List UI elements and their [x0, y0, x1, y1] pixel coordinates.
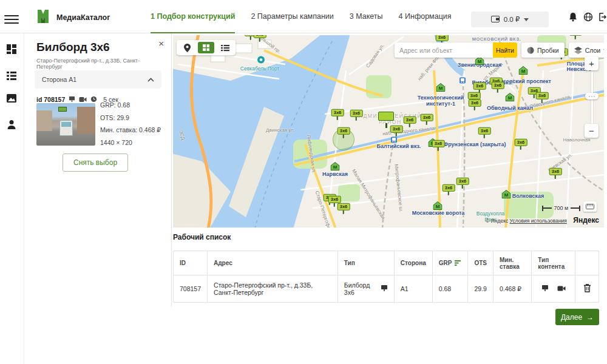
layers-button[interactable]: Слои — [569, 42, 604, 58]
video-content-icon — [557, 285, 566, 293]
column-header-ID: ID — [174, 251, 208, 275]
svg-text:М: М — [436, 204, 440, 209]
billboard-marker[interactable]: 3х6 — [536, 89, 549, 103]
map-grid-mode-button[interactable] — [198, 42, 214, 53]
billboard-format-icon — [381, 285, 388, 293]
chevron-down-icon — [603, 47, 604, 52]
svg-text:М: М — [478, 59, 482, 64]
metro-station-icon: М — [436, 83, 446, 94]
sort-icon[interactable] — [455, 260, 461, 267]
tab-step-4[interactable]: 4 Информация — [399, 0, 452, 33]
billboard-marker[interactable]: 3х6 — [331, 106, 344, 120]
profile-icon[interactable] — [5, 118, 19, 132]
worklist-row[interactable]: 708157Старо-Петергофский пр-т., д.33Б, С… — [174, 275, 599, 303]
billboard-marker[interactable]: 3х6 — [549, 164, 562, 179]
billboard-marker-selected[interactable] — [378, 112, 394, 128]
column-header-OTS: OTS — [468, 251, 493, 275]
billboard-marker[interactable]: 3х6 — [432, 136, 445, 151]
side-a1-accordion[interactable]: Сторона А1 — [35, 70, 161, 89]
list-icon[interactable] — [5, 70, 19, 83]
close-icon[interactable]: × — [158, 38, 164, 49]
hamburger-menu-icon[interactable] — [4, 13, 19, 24]
column-header-actions — [575, 251, 599, 275]
billboard-marker[interactable]: 3х6 — [515, 135, 527, 150]
billboard-marker[interactable]: 3х6 — [337, 200, 350, 214]
billboard-marker[interactable]: 3х6 — [569, 35, 582, 39]
chevron-up-icon — [148, 78, 154, 82]
map-pin-mode-button[interactable] — [179, 42, 195, 53]
billboard-marker[interactable]: 3х6 — [254, 35, 266, 42]
metro-station-icon: М — [502, 190, 511, 201]
billboard-marker[interactable]: 3х6 — [404, 113, 416, 127]
cell-id: 708157 — [174, 275, 208, 303]
app-window: МедиаКаталог 1 Подбор конструкций2 Парам… — [0, 0, 607, 364]
metro-station-icon: М — [433, 201, 443, 212]
grp-value: GRP: 0.68 — [100, 101, 161, 109]
arrow-right-icon: → — [586, 313, 594, 322]
gallery-icon[interactable] — [5, 92, 19, 106]
map-background — [173, 35, 604, 228]
next-button[interactable]: Далее → — [555, 309, 599, 325]
zoom-in-button[interactable]: + — [585, 56, 599, 70]
billboard-marker[interactable]: 3х6 — [478, 124, 491, 138]
worklist-table: IDАдресТипСторонаGRPOTSМин. ставкаТип ко… — [173, 251, 599, 303]
svg-text:М: М — [333, 164, 337, 170]
column-header-Мин. ставка: Мин. ставка — [493, 251, 532, 275]
billboard-marker[interactable]: 3х6 — [337, 124, 350, 138]
terms-link[interactable]: Условия использования — [510, 218, 567, 224]
dashboard-icon[interactable] — [5, 43, 19, 56]
billboard-marker[interactable]: 3х6 — [456, 174, 469, 189]
cell-rate: 0.468 ₽ — [493, 275, 532, 303]
cell-type: Билборд 3х6 — [337, 275, 394, 303]
language-globe-icon[interactable] — [583, 12, 593, 24]
billboard-detail-panel: Билборд 3х6 × Старо-Петергофский пр-т., … — [24, 33, 172, 306]
billboard-marker[interactable]: 3х6 — [469, 96, 481, 110]
billboard-marker[interactable]: 3х6 — [492, 78, 504, 93]
search-button[interactable]: Найти — [493, 42, 517, 58]
worklist-header-row: IDАдресТипСторонаGRPOTSМин. ставкаТип ко… — [174, 251, 599, 275]
scale-value: 700 м — [552, 205, 571, 211]
map-canvas[interactable]: АДМИРАЛТЕЙСКИЙ РАЙОНМОСКОВСКИЙ ВКЗ.Площа… — [173, 35, 604, 228]
column-header-Адрес: Адрес — [208, 251, 338, 275]
svg-text:М: М — [439, 86, 443, 91]
logout-icon[interactable] — [597, 12, 607, 24]
cell-content-types — [532, 275, 575, 303]
ots-value: OTS: 29.9 — [100, 114, 161, 121]
tab-step-2[interactable]: 2 Параметры кампании — [251, 0, 333, 33]
billboard-marker[interactable]: 3х6 — [421, 110, 433, 125]
layers-icon — [574, 47, 582, 54]
svg-text:М: М — [508, 95, 512, 101]
balance-dropdown[interactable]: 0.0 ₽ — [471, 12, 549, 27]
poi-station-icon — [257, 55, 265, 66]
search-input[interactable] — [395, 42, 493, 58]
topbar: МедиаКаталог 1 Подбор конструкций2 Парам… — [0, 0, 607, 33]
cell-ots: 29.9 — [468, 275, 493, 303]
svg-text:М: М — [521, 69, 526, 74]
side-a1-label: Сторона А1 — [42, 76, 76, 83]
ruler-button[interactable] — [583, 201, 597, 212]
panel-address: Старо-Петергофский пр-т., д.33Б, Санкт-П… — [36, 58, 164, 70]
tab-step-3[interactable]: 3 Макеты — [350, 0, 383, 33]
worklist-title: Рабочий список — [173, 233, 231, 241]
delete-row-button[interactable] — [583, 283, 591, 294]
billboard-photo[interactable] — [36, 103, 95, 146]
metro-station-icon: М — [331, 162, 340, 173]
panel-title: Билборд 3х6 — [36, 41, 110, 54]
tab-step-1[interactable]: 1 Подбор конструкций — [151, 0, 235, 33]
wallet-icon — [491, 16, 500, 24]
deselect-button[interactable]: Снять выбор — [63, 153, 128, 172]
zoom-out-button[interactable]: − — [585, 124, 599, 138]
metro-station-icon: М — [519, 66, 528, 77]
left-rail — [0, 33, 24, 364]
billboard-marker[interactable]: 3х6 — [350, 106, 363, 121]
traffic-button[interactable]: Пробки — [521, 42, 565, 58]
map-search-bar: Найти Пробки Слои — [395, 42, 604, 58]
cell-grp: 0.68 — [432, 275, 468, 303]
traffic-icon — [527, 47, 534, 54]
map-view-switcher — [177, 40, 236, 55]
map-list-mode-button[interactable] — [217, 42, 233, 53]
notifications-bell-icon[interactable] — [568, 12, 578, 24]
column-header-Сторона: Сторона — [394, 251, 432, 275]
zoom-slider-handle[interactable] — [585, 93, 599, 99]
billboard-marker[interactable]: 3х6 — [443, 181, 455, 195]
